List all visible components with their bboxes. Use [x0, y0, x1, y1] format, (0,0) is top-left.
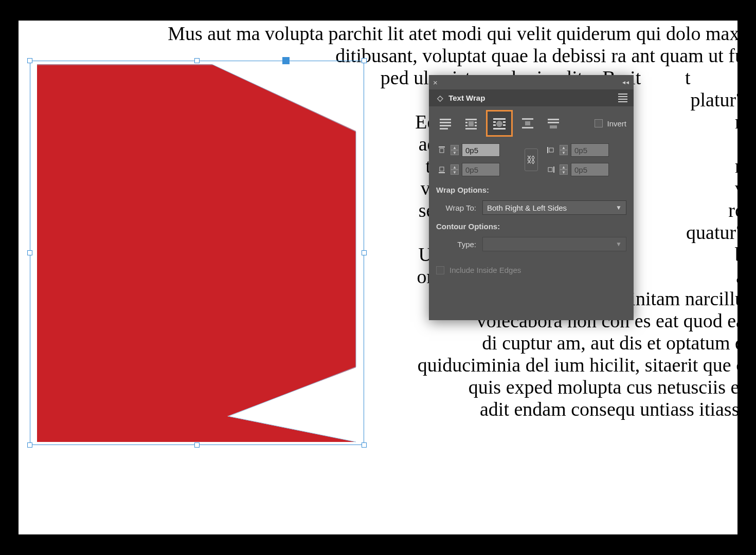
svg-rect-24	[439, 146, 445, 147]
collapse-icon[interactable]: ◂◂	[622, 79, 629, 86]
offset-left-stepper[interactable]: ▲▼	[560, 145, 568, 155]
svg-rect-30	[548, 168, 552, 172]
panel-body: Invert ▲▼ ⛓ ▲▼ ▲▼ ▲▼	[429, 106, 634, 282]
svg-rect-20	[522, 127, 533, 128]
svg-rect-14	[503, 121, 506, 123]
svg-rect-10	[465, 128, 477, 130]
offset-right-input[interactable]	[571, 163, 609, 176]
offset-left-icon	[545, 144, 556, 156]
chevron-down-icon: ▼	[616, 204, 622, 211]
offset-bottom-input[interactable]	[462, 163, 500, 176]
svg-rect-25	[440, 149, 444, 153]
handle-s[interactable]	[194, 442, 200, 448]
offset-right-icon	[545, 164, 556, 175]
svg-rect-0	[440, 119, 451, 120]
wrap-mode-jump-column[interactable]	[544, 114, 563, 133]
svg-rect-3	[440, 128, 448, 130]
handle-anchor[interactable]	[282, 57, 290, 64]
include-label: Include Inside Edges	[449, 266, 521, 274]
contour-type-row: Type: ▼	[436, 237, 626, 251]
handle-n[interactable]	[194, 58, 200, 63]
invert-checkbox-row[interactable]: Invert	[595, 119, 626, 128]
svg-rect-1	[440, 122, 451, 123]
handle-w[interactable]	[27, 250, 32, 255]
svg-point-12	[496, 121, 502, 127]
invert-label: Invert	[607, 119, 626, 128]
svg-rect-9	[475, 125, 477, 126]
text-wrap-panel[interactable]: × ◂◂ ◇ Text Wrap	[429, 75, 634, 320]
svg-rect-28	[440, 167, 444, 171]
wrap-mode-jump-object[interactable]	[518, 114, 537, 133]
contour-options-label: Contour Options:	[436, 222, 626, 231]
panel-title: Text Wrap	[448, 94, 485, 102]
chevron-down-icon: ▼	[616, 240, 622, 248]
chevron-icon: ◇	[437, 94, 443, 102]
offset-top-icon	[436, 144, 447, 156]
svg-rect-18	[522, 118, 533, 120]
offset-top-row: ▲▼	[436, 143, 517, 157]
svg-rect-2	[440, 125, 451, 126]
link-offsets-button[interactable]: ⛓	[525, 149, 538, 171]
svg-rect-5	[469, 121, 474, 126]
svg-rect-13	[493, 121, 496, 123]
svg-rect-19	[525, 121, 530, 125]
svg-rect-4	[465, 119, 477, 120]
offset-bottom-icon	[436, 164, 447, 175]
invert-checkbox[interactable]	[595, 119, 603, 127]
wrap-to-value: Both Right & Left Sides	[487, 203, 567, 212]
offset-grid: ▲▼ ⛓ ▲▼ ▲▼ ▲▼	[436, 143, 626, 176]
svg-rect-6	[465, 122, 467, 123]
include-checkbox	[436, 266, 444, 274]
wrap-mode-object-shape[interactable]	[488, 112, 511, 135]
wrap-mode-bounding-box[interactable]	[462, 114, 480, 133]
include-inside-edges-row: Include Inside Edges	[436, 266, 626, 274]
svg-rect-11	[493, 118, 506, 120]
svg-rect-23	[550, 125, 557, 128]
svg-rect-31	[553, 166, 554, 173]
handle-ne[interactable]	[362, 58, 367, 63]
handle-nw[interactable]	[27, 58, 32, 63]
offset-right-row: ▲▼	[545, 163, 626, 176]
svg-rect-26	[547, 147, 548, 153]
wrap-options-label: Wrap Options:	[436, 186, 626, 194]
type-label: Type:	[436, 240, 476, 249]
panel-menu-icon[interactable]	[618, 94, 627, 102]
wrap-to-row: Wrap To: Both Right & Left Sides ▼	[436, 200, 626, 215]
offset-left-row: ▲▼	[545, 143, 626, 157]
offset-top-input[interactable]	[462, 143, 500, 157]
wrap-mode-row: Invert	[436, 112, 626, 135]
offset-left-input[interactable]	[571, 143, 609, 157]
selected-shape[interactable]	[37, 64, 356, 442]
wrap-mode-none[interactable]	[436, 114, 455, 133]
svg-rect-27	[549, 148, 553, 152]
offset-right-stepper[interactable]: ▲▼	[560, 164, 568, 175]
svg-rect-29	[439, 172, 445, 173]
svg-rect-21	[548, 119, 559, 120]
offset-bottom-row: ▲▼	[436, 163, 517, 176]
panel-titlebar[interactable]: × ◂◂	[429, 75, 634, 89]
handle-e[interactable]	[362, 250, 367, 255]
svg-rect-8	[465, 125, 467, 126]
handle-se[interactable]	[362, 442, 367, 448]
contour-type-select: ▼	[482, 237, 626, 251]
offset-top-stepper[interactable]: ▲▼	[451, 145, 459, 155]
panel-tab[interactable]: ◇ Text Wrap	[429, 89, 634, 106]
text-line: ditibusant, voluptat quae la debissi ra …	[35, 45, 737, 67]
offset-bottom-stepper[interactable]: ▲▼	[451, 164, 459, 175]
svg-rect-17	[493, 128, 506, 130]
svg-rect-15	[493, 124, 496, 126]
svg-rect-16	[503, 124, 506, 126]
svg-rect-7	[475, 122, 477, 123]
close-icon[interactable]: ×	[433, 78, 438, 87]
wrap-to-label: Wrap To:	[436, 203, 476, 212]
svg-rect-22	[548, 122, 559, 123]
handle-sw[interactable]	[27, 442, 32, 448]
wrap-to-select[interactable]: Both Right & Left Sides ▼	[482, 200, 626, 215]
text-line: Mus aut ma volupta parchit lit atet modi…	[35, 23, 737, 45]
